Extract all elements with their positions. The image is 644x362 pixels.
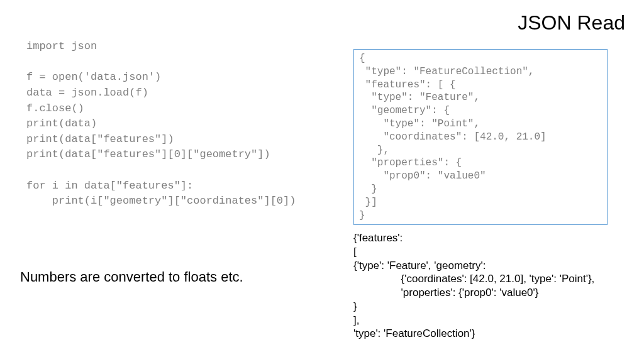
python-output-block: {'features': [ {'type': 'Feature', 'geom… bbox=[353, 231, 594, 341]
json-content-box: { "type": "FeatureCollection", "features… bbox=[353, 49, 608, 225]
slide-title: JSON Read bbox=[518, 11, 625, 35]
note-text: Numbers are converted to floats etc. bbox=[20, 269, 243, 285]
python-code-block: import json f = open('data.json') data =… bbox=[26, 39, 296, 209]
